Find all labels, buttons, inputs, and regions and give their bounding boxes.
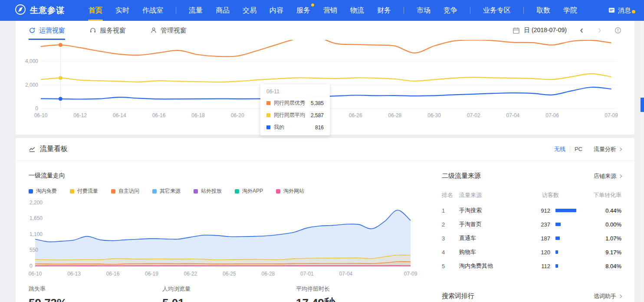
source-visitors: 237: [541, 221, 550, 228]
x-axis-label: 07-02: [467, 112, 480, 118]
legend-item[interactable]: 站外投放: [194, 187, 222, 195]
source-name: 淘内免费其他: [459, 262, 524, 270]
x-axis-label: 06-19: [145, 271, 158, 277]
source-conversion-rate: 0.44%: [582, 207, 621, 214]
legend-item[interactable]: 淘外网站: [276, 187, 304, 195]
scrollbar-thumb[interactable]: [641, 98, 644, 112]
messages-label: 消息: [618, 7, 631, 15]
legend-item[interactable]: 淘内免费: [29, 187, 57, 195]
shop-sources-link[interactable]: 店铺来源: [594, 172, 621, 180]
nav-item[interactable]: 服务: [290, 0, 317, 21]
nav-item[interactable]: 流量: [182, 0, 209, 21]
x-axis-label: 06-16: [106, 271, 120, 277]
nav-item-label: 内容: [269, 6, 283, 15]
traffic-source-row[interactable]: 3 直通车 187 1.07%: [442, 231, 621, 245]
tab-management-view[interactable]: 管理视窗: [150, 21, 187, 40]
source-rank: 2: [442, 221, 459, 228]
y-axis-label: 550: [30, 247, 38, 253]
calendar-icon: [513, 27, 520, 34]
series-color-swatch: [266, 101, 270, 105]
legend-label: 淘内免费: [36, 187, 57, 195]
series-line-同行同层优秀: [41, 40, 611, 56]
word-assistant-link[interactable]: 选词助手: [594, 292, 621, 300]
source-visitors: 187: [541, 235, 550, 242]
traffic-source-row[interactable]: 1 手淘搜索 912 0.44%: [442, 204, 621, 217]
refresh-icon: [29, 27, 36, 34]
nav-item-label: 财务: [377, 6, 391, 15]
chevron-right-icon: [618, 174, 622, 178]
search-rank-title: 搜索词排行: [442, 292, 474, 300]
toggle-wireless[interactable]: 无线: [550, 145, 570, 153]
prev-date-button[interactable]: [579, 28, 585, 33]
trend-title: 一级流量走向: [29, 172, 438, 180]
traffic-source-row[interactable]: 4 购物车 120 9.17%: [442, 245, 621, 259]
tab-operations-view[interactable]: 运营视窗: [29, 21, 65, 40]
tooltip-row: 我的 816: [266, 124, 324, 131]
nav-item[interactable]: 取数: [530, 0, 557, 21]
source-rank: 1: [442, 207, 459, 214]
traffic-source-row[interactable]: 5 淘内免费其他 112 8.04%: [442, 259, 621, 273]
traffic-analysis-link[interactable]: 流量分析: [594, 145, 621, 153]
source-name: 手淘首页: [459, 220, 524, 228]
nav-item-label: 流量: [189, 6, 203, 15]
date-picker[interactable]: 日 (2018-07-09): [513, 26, 567, 34]
nav-item[interactable]: 市场: [410, 0, 437, 21]
legend-item[interactable]: 自主访问: [111, 187, 139, 195]
traffic-source-row[interactable]: 2 手淘首页 237 0.00%: [442, 217, 621, 231]
nav-item[interactable]: 物流: [344, 0, 371, 21]
x-axis-label: 06-28: [388, 112, 402, 118]
source-rank: 3: [442, 235, 459, 242]
y-axis-label: 4,000: [25, 58, 38, 64]
nav-item[interactable]: 交易: [236, 0, 263, 21]
info-icon[interactable]: [614, 27, 621, 34]
traffic-trend-chart[interactable]: 05501,1001,6502,20006-1006-1306-1606-190…: [29, 199, 438, 278]
scrollbar-track[interactable]: [641, 21, 644, 302]
nav-item[interactable]: 竞争: [437, 0, 464, 21]
x-axis-label: 06-10: [34, 112, 48, 118]
nav-item-label: 市场: [417, 6, 430, 15]
legend-item[interactable]: 淘外APP: [235, 187, 263, 195]
legend-item[interactable]: 付费流量: [70, 187, 98, 195]
x-axis-label: 06-22: [184, 271, 197, 277]
chart-legend: 淘内免费 付费流量 自主访问 其它来源 站外投放 淘外APP 淘外网站: [29, 187, 438, 195]
y-axis-label: 1,650: [30, 215, 43, 221]
tooltip-series-value: 816: [315, 125, 324, 131]
nav-item[interactable]: 营销: [317, 0, 344, 21]
tooltip-series-value: 2,587: [311, 112, 324, 118]
nav-item[interactable]: 学院: [557, 0, 584, 21]
nav-item[interactable]: 业务专区: [476, 0, 517, 21]
nav-item[interactable]: 商品: [209, 0, 236, 21]
toggle-pc[interactable]: PC: [570, 146, 587, 152]
x-axis-label: 07-09: [605, 112, 618, 118]
series-color-swatch: [266, 113, 270, 117]
tab-label: 运营视窗: [39, 26, 65, 35]
legend-item[interactable]: 其它来源: [152, 187, 181, 195]
benchmark-line-chart[interactable]: 02,0004,00006-1006-1206-1406-1606-1806-2…: [16, 40, 634, 125]
messages-button[interactable]: 消息: [608, 7, 635, 15]
nav-group-zone: 业务专区: [464, 0, 517, 21]
legend-swatch: [29, 189, 33, 194]
nav-item[interactable]: 实时: [109, 0, 136, 21]
nav-item[interactable]: 首页: [82, 0, 109, 21]
source-visitors: 120: [541, 249, 550, 256]
tab-service-view[interactable]: 服务视窗: [89, 21, 126, 40]
nav-group-modules: 流量 商品 交易 内容 服务 营销 物流 财务: [170, 0, 398, 21]
x-axis-label: 06-18: [191, 112, 205, 118]
tooltip-series-name: 我的: [274, 124, 311, 131]
next-date-button[interactable]: [597, 28, 602, 33]
y-axis-label: 1,100: [30, 231, 43, 237]
visitors-bar: [555, 250, 558, 254]
traffic-board-body: 一级流量走向 淘内免费 付费流量 自主访问 其它来源 站外投放 淘外APP: [16, 161, 634, 302]
notification-dot: [632, 10, 635, 13]
source-visitors: 912: [541, 207, 550, 214]
x-axis-label: 07-01: [300, 271, 314, 277]
nav-item[interactable]: 内容: [263, 0, 290, 21]
person-icon: [150, 27, 157, 34]
traffic-board-panel: 流量看板 无线 PC 流量分析 一级流量走向 淘内免费: [16, 138, 634, 302]
metric: 平均停留时长 17.49秒: [296, 285, 430, 302]
nav-item[interactable]: 财务: [371, 0, 398, 21]
x-axis-label: 06-28: [262, 271, 275, 277]
nav-item[interactable]: 作战室: [136, 0, 170, 21]
app-logo[interactable]: 生意参谋: [15, 4, 65, 17]
traffic-trend-chart-svg: 05501,1001,6502,20006-1006-1306-1606-190…: [29, 199, 438, 278]
